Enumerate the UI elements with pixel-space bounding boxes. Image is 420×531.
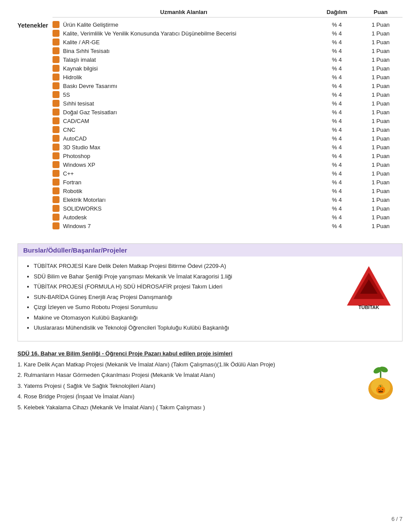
list-item: 5. Kelebek Yakalama Cihazı (Mekanik Ve İ…	[18, 403, 352, 412]
skill-color-icon	[52, 74, 60, 81]
skill-point: 1 Puan	[359, 170, 402, 177]
skill-row: 3D Studio Max% 41 Puan	[52, 143, 402, 151]
skill-row: Windows XP% 41 Puan	[52, 160, 402, 169]
skill-point: 1 Puan	[359, 153, 402, 159]
skill-row: 5S% 41 Puan	[52, 90, 402, 99]
skill-dist: % 4	[315, 197, 359, 203]
skill-dist: % 4	[315, 118, 359, 124]
skills-table-header: Uzmanlık Alanları Dağılım Puan	[52, 9, 402, 18]
skill-name: Ürün Kalite Geliştirme	[63, 21, 315, 28]
skill-dist: % 4	[315, 83, 359, 89]
skill-name: CNC	[63, 127, 315, 133]
skill-point: 1 Puan	[359, 144, 402, 151]
skill-color-icon	[52, 196, 60, 203]
skill-color-icon	[52, 56, 60, 63]
sdu-decorative-svg: 🎃	[361, 362, 400, 402]
skill-name: Fortran	[63, 179, 315, 186]
skill-color-icon	[52, 65, 60, 72]
list-item: 1. Kare Delik Açan Matkap Projesi (Mekan…	[18, 360, 352, 369]
skill-row: Elektrik Motorları% 41 Puan	[52, 195, 402, 204]
list-item: 2. Rulmanların Hasar Görmeden Çıkarılmas…	[18, 371, 352, 380]
skill-point: 1 Puan	[359, 30, 402, 37]
skill-row: Windows 7% 41 Puan	[52, 222, 402, 230]
skill-dist: % 4	[315, 48, 359, 54]
skill-row: AutoCAD% 41 Puan	[52, 134, 402, 143]
skill-dist: % 4	[315, 39, 359, 46]
sdu-projects-list: 1. Kare Delik Açan Matkap Projesi (Mekan…	[18, 360, 352, 414]
skill-name: Windows XP	[63, 162, 315, 168]
skill-name: Autodesk	[63, 214, 315, 221]
skill-dist: % 4	[315, 214, 359, 221]
skill-point: 1 Puan	[359, 21, 402, 28]
skill-dist: % 4	[315, 56, 359, 63]
list-item: SDÜ Bilim ve Bahar Şenliği Proje yarışma…	[34, 272, 336, 281]
skill-name: CAD/CAM	[63, 118, 315, 124]
skill-row: Autodesk% 41 Puan	[52, 213, 402, 222]
skill-dist: % 4	[315, 179, 359, 186]
skill-color-icon	[52, 47, 60, 54]
skill-color-icon	[52, 222, 60, 229]
sdu-projects: 1. Kare Delik Açan Matkap Projesi (Mekan…	[18, 360, 402, 414]
skill-name: Hidrolik	[63, 74, 315, 81]
skill-color-icon	[52, 91, 60, 98]
skill-color-icon	[52, 30, 60, 37]
skill-dist: % 4	[315, 188, 359, 194]
page-footer: 6 / 7	[392, 516, 402, 522]
skill-dist: % 4	[315, 100, 359, 107]
list-item: TÜBİTAK PROJESİ Kare Delik Delen Matkap …	[34, 262, 336, 271]
skill-point: 1 Puan	[359, 100, 402, 107]
skill-dist: % 4	[315, 135, 359, 142]
header-puan: Puan	[359, 9, 402, 15]
skill-point: 1 Puan	[359, 188, 402, 194]
skill-color-icon	[52, 152, 60, 159]
list-item: 3. Yatems Projesi ( Sağlık Ve Sağlık Tek…	[18, 382, 352, 390]
skill-dist: % 4	[315, 223, 359, 229]
list-item: Makine ve Otomasyon Kulübü Başkanlığı	[34, 313, 336, 322]
skill-row: SOLIDWORKS% 41 Puan	[52, 204, 402, 213]
burslar-content: TÜBİTAK PROJESİ Kare Delik Delen Matkap …	[25, 262, 395, 334]
skill-point: 1 Puan	[359, 118, 402, 124]
list-item: 4. Rose Bridge Projesi (İnşaat Ve İmalat…	[18, 392, 352, 401]
skill-row: Kaynak bilgisi% 41 Puan	[52, 64, 402, 73]
skill-point: 1 Puan	[359, 214, 402, 221]
skill-dist: % 4	[315, 65, 359, 72]
skill-row: Kalite / AR-GE% 41 Puan	[52, 38, 402, 46]
skill-point: 1 Puan	[359, 179, 402, 186]
skill-point: 1 Puan	[359, 48, 402, 54]
skill-dist: % 4	[315, 30, 359, 37]
skill-color-icon	[52, 82, 60, 89]
skill-color-icon	[52, 135, 60, 142]
skill-point: 1 Puan	[359, 83, 402, 89]
skill-point: 1 Puan	[359, 135, 402, 142]
list-item: TÜBİTAK PROJESİ (FORMULA H) SDÜ HİDROSAF…	[34, 282, 336, 291]
skill-row: Doğal Gaz Tesisatları% 41 Puan	[52, 108, 402, 116]
skill-row: Bina Sıhhi Tesisatı% 41 Puan	[52, 46, 402, 55]
skill-name: 3D Studio Max	[63, 144, 315, 151]
skill-point: 1 Puan	[359, 223, 402, 229]
skill-name: Robotik	[63, 188, 315, 194]
skill-name: SOLIDWORKS	[63, 205, 315, 212]
skill-name: AutoCAD	[63, 135, 315, 142]
skill-name: Talaşlı imalat	[63, 56, 315, 63]
section-label: Yetenekler	[18, 9, 52, 230]
skill-color-icon	[52, 21, 60, 28]
skill-name: 5S	[63, 91, 315, 98]
skill-color-icon	[52, 100, 60, 107]
skill-name: Doğal Gaz Tesisatları	[63, 109, 315, 116]
skill-color-icon	[52, 170, 60, 177]
burslar-title: Burslar/Ödüller/Başarılar/Projeler	[18, 244, 402, 257]
sdu-title: SDÜ 16. Bahar ve Bilim Şenliği - Öğrenci…	[18, 350, 402, 357]
tubitak-svg: TÜBİTAK	[345, 264, 393, 312]
skill-name: Bina Sıhhi Tesisatı	[63, 48, 315, 54]
skill-row: Ürün Kalite Geliştirme% 41 Puan	[52, 20, 402, 29]
skill-color-icon	[52, 205, 60, 212]
skill-point: 1 Puan	[359, 91, 402, 98]
skill-point: 1 Puan	[359, 39, 402, 46]
skill-dist: % 4	[315, 205, 359, 212]
skill-row: Fortran% 41 Puan	[52, 178, 402, 186]
skill-color-icon	[52, 187, 60, 194]
skill-point: 1 Puan	[359, 74, 402, 81]
skill-name: Baskı Devre Tasarımı	[63, 83, 315, 89]
list-item: SUN-BARİDA Güneş Enerjili Araç Projesi D…	[34, 293, 336, 302]
svg-text:🎃: 🎃	[376, 385, 386, 394]
